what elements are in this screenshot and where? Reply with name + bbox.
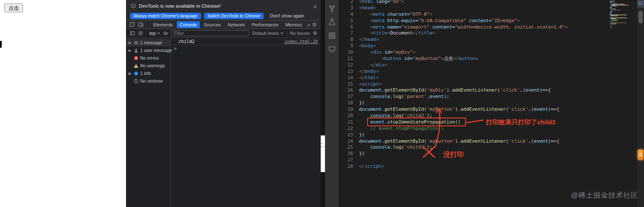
more-tabs-icon[interactable]: » <box>306 22 311 27</box>
code-line[interactable]: 18}) <box>339 100 607 106</box>
code-line[interactable]: 21 event.stopImmediatePropagation() <box>339 119 607 126</box>
device-toolbar-icon[interactable] <box>138 22 144 27</box>
line-number[interactable]: 4 <box>339 12 353 18</box>
tab-sources[interactable]: Sources <box>201 21 224 28</box>
line-number[interactable]: 7 <box>339 30 353 37</box>
code-line[interactable]: 10 <div id="myDiv"> <box>339 49 607 56</box>
line-number[interactable]: 28 <box>339 164 353 170</box>
code-line[interactable]: 28</script> <box>339 164 607 170</box>
code-line[interactable]: 6 <meta name="viewport" content="width=d… <box>339 24 607 31</box>
code-line[interactable]: 16document.getElementById('myDiv').addEv… <box>339 87 607 94</box>
line-number[interactable]: 15 <box>339 81 353 88</box>
line-number[interactable]: 5 <box>339 18 353 24</box>
code-line[interactable]: 23}) <box>339 132 607 138</box>
issues-counter[interactable]: No Issues <box>290 31 310 36</box>
code-line[interactable]: 13</body> <box>339 69 607 75</box>
tab-memory[interactable]: Memory <box>282 21 305 28</box>
line-number[interactable]: 22 <box>339 126 353 132</box>
sidebar-item-user-messages[interactable]: ▶ 1 user message <box>126 46 170 54</box>
line-number[interactable]: 19 <box>339 106 353 113</box>
devtools-settings-icon[interactable]: ⚙ <box>312 22 317 27</box>
line-number[interactable]: 21 <box>339 119 353 126</box>
line-number[interactable]: 26 <box>339 151 353 157</box>
tab-performance[interactable]: Performance <box>249 21 282 28</box>
line-number[interactable]: 13 <box>339 69 353 75</box>
line-number[interactable]: 11 <box>339 56 353 62</box>
code-line[interactable]: 25 console.log('child1'); <box>339 144 607 151</box>
code-line[interactable]: 15<script> <box>339 81 607 88</box>
code-line[interactable]: 24document.getElementById('myButton').ad… <box>339 138 607 145</box>
line-number[interactable]: 10 <box>339 49 353 56</box>
console-filter-input[interactable] <box>171 30 249 36</box>
scrollbar-thumb[interactable] <box>638 11 643 23</box>
code-line[interactable]: 5 <meta http-equiv="X-UA-Compatible" con… <box>339 18 607 24</box>
expand-caret-icon[interactable]: ▶ <box>128 41 132 45</box>
line-number[interactable]: 27 <box>339 157 353 164</box>
browser-page: 点击 <box>0 0 126 207</box>
code-line[interactable]: 14</html> <box>339 75 607 81</box>
tab-console[interactable]: Console <box>177 21 200 28</box>
code-line[interactable]: 2<html lang="en"> <box>339 0 607 5</box>
line-number[interactable]: 18 <box>339 100 353 106</box>
beaker-test-icon[interactable] <box>328 18 336 26</box>
console-source-link[interactable]: index.html:20 <box>285 39 318 44</box>
line-number[interactable]: 6 <box>339 24 353 31</box>
sidebar-item-messages[interactable]: ▶ 1 message <box>126 39 170 46</box>
match-language-button[interactable]: Always match Chrome's language <box>130 13 201 19</box>
code-line[interactable]: 9<body> <box>339 43 607 49</box>
frame-selector[interactable]: top▼ <box>150 31 161 36</box>
live-expression-eye-icon[interactable] <box>163 31 168 36</box>
code-line[interactable]: 11 <button id="myButton">点击</button> <box>339 56 607 62</box>
tab-elements[interactable]: Elements <box>150 21 176 28</box>
source-control-icon[interactable] <box>328 4 336 12</box>
line-number[interactable]: 2 <box>339 0 353 5</box>
extensions-icon[interactable] <box>328 32 336 39</box>
sidebar-item-label: 1 user message <box>140 48 172 53</box>
line-number[interactable]: 16 <box>339 87 353 94</box>
line-number[interactable]: 23 <box>339 132 353 138</box>
code-line[interactable]: 7 <title>Document</title> <box>339 30 607 37</box>
code-line[interactable]: 20 console.log('child2'); <box>339 113 607 119</box>
console-sidebar-toggle-icon[interactable] <box>130 31 135 36</box>
code-line[interactable]: 26}) <box>339 151 607 157</box>
inspect-element-icon[interactable] <box>129 22 135 27</box>
console-messages: child2 index.html:20 > <box>171 38 321 207</box>
code-line[interactable]: 12 </div> <box>339 62 607 69</box>
console-settings-icon[interactable]: ⚙ <box>313 31 317 36</box>
log-levels-dropdown[interactable]: Default levels▼ <box>252 31 284 36</box>
extension-fab-icon[interactable] <box>638 150 644 160</box>
sidebar-item-info[interactable]: ▶ 1 info <box>126 69 170 77</box>
code-line[interactable]: 3<head> <box>339 5 607 12</box>
line-number[interactable]: 3 <box>339 5 353 12</box>
expand-caret-icon[interactable]: ▶ <box>128 72 132 75</box>
clear-console-icon[interactable] <box>138 31 143 36</box>
code-line[interactable]: 19document.getElementById('myButton').ad… <box>339 106 607 113</box>
minimap[interactable] <box>610 1 635 27</box>
line-number[interactable]: 8 <box>339 37 353 43</box>
sidebar-item-verbose[interactable]: No verbose <box>126 77 170 85</box>
code-line[interactable]: 8</head> <box>339 37 607 43</box>
sidebar-item-warnings[interactable]: No warnings <box>126 62 170 69</box>
console-prompt[interactable]: > <box>171 45 321 52</box>
line-number[interactable]: 24 <box>339 138 353 145</box>
line-number[interactable]: 25 <box>339 144 353 151</box>
page-click-button[interactable]: 点击 <box>4 3 23 12</box>
sidebar-item-errors[interactable]: No errors <box>126 54 170 62</box>
line-number[interactable]: 20 <box>339 113 353 119</box>
switch-to-chinese-button[interactable]: Switch DevTools to Chinese <box>204 13 264 19</box>
line-number[interactable]: 9 <box>339 43 353 49</box>
code-line[interactable]: 22 // event.stopPropagation() <box>339 126 607 132</box>
line-number[interactable]: 14 <box>339 75 353 81</box>
tab-network[interactable]: Network <box>225 21 248 28</box>
remote-monitor-icon[interactable] <box>328 45 336 53</box>
sidebar-item-label: No errors <box>140 55 159 60</box>
expand-caret-icon[interactable]: ▶ <box>128 49 132 52</box>
code-line[interactable]: 27 <box>339 157 607 164</box>
dont-show-again-button[interactable]: Don't show again <box>270 13 304 18</box>
line-number[interactable]: 17 <box>339 94 353 100</box>
infobar-close-icon[interactable]: × <box>313 4 317 10</box>
line-number[interactable]: 12 <box>339 62 353 69</box>
console-toolbar: top▼ Default levels▼ No Issues ⚙ <box>126 29 321 38</box>
code-line[interactable]: 4 <meta charset="UTF-8"> <box>339 12 607 18</box>
code-line[interactable]: 17 console.log('parent',event); <box>339 94 607 100</box>
